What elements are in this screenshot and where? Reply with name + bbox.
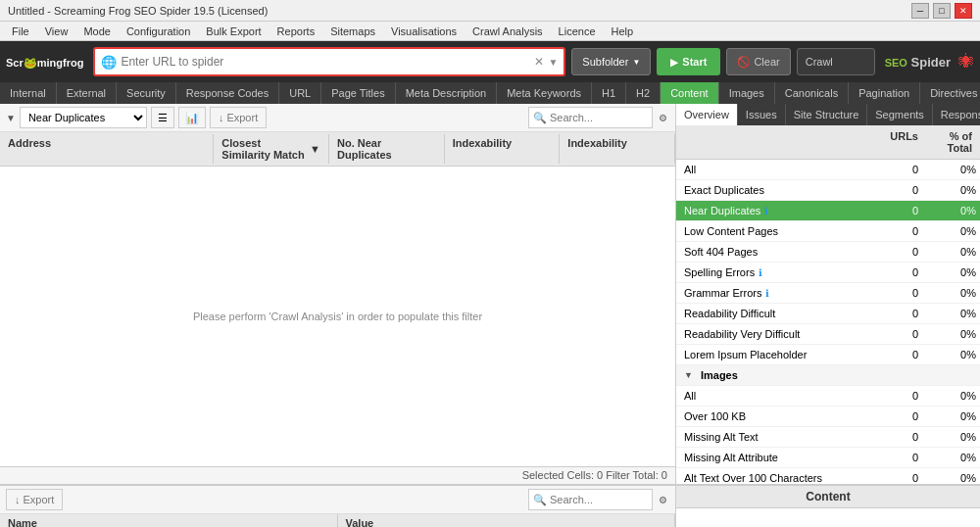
overview-row-14[interactable]: Missing Alt Attribute00%: [676, 448, 980, 468]
overview-row-label-1: Exact Duplicates: [676, 182, 877, 198]
list-view-button[interactable]: ☰: [151, 107, 174, 128]
tab-internal[interactable]: Internal: [0, 82, 57, 104]
window-title: Untitled - Screaming Frog SEO Spider 19.…: [8, 5, 268, 17]
subfolder-button[interactable]: Subfolder ▼: [571, 48, 651, 75]
bottom-right-panel: Content No data for graph.: [676, 486, 980, 527]
menu-visualisations[interactable]: Visualisations: [383, 24, 465, 39]
overview-row-1[interactable]: Exact Duplicates00%: [676, 180, 980, 201]
overview-list: All00%Exact Duplicates00%Near Duplicates…: [676, 160, 980, 484]
menu-file[interactable]: File: [4, 24, 37, 39]
overview-row-9[interactable]: Lorem Ipsum Placeholder00%: [676, 345, 980, 365]
minimize-button[interactable]: ─: [911, 3, 929, 19]
search-input-bottom[interactable]: [550, 494, 648, 505]
start-button[interactable]: ▶ Start: [657, 48, 720, 75]
menu-configuration[interactable]: Configuration: [119, 24, 198, 39]
tab-page-titles[interactable]: Page Titles: [321, 82, 395, 104]
overview-row-urls-11: 0: [877, 388, 926, 404]
tab-site-structure[interactable]: Site Structure: [786, 104, 868, 125]
subfolder-label: Subfolder: [582, 56, 628, 68]
bottom-left: ↓ Export 🔍 ⚙ Name Value No URL selected: [0, 486, 676, 527]
tab-directives[interactable]: Directives: [920, 82, 980, 104]
menu-reports[interactable]: Reports: [270, 24, 323, 39]
overview-row-pct-8: 0%: [926, 326, 980, 342]
filter-options-button[interactable]: ⚙: [657, 113, 669, 123]
info-icon-6[interactable]: ℹ: [765, 288, 769, 299]
search-icon-bottom: 🔍: [533, 494, 547, 506]
tab-canonicals[interactable]: Canonicals: [775, 82, 849, 104]
filter-options-bottom[interactable]: ⚙: [657, 495, 669, 505]
overview-row-15[interactable]: Alt Text Over 100 Characters00%: [676, 468, 980, 484]
info-icon-2[interactable]: ℹ: [764, 206, 768, 216]
tab-response-times[interactable]: Response Times: [933, 104, 980, 125]
overview-row-pct-2: 0%: [926, 203, 980, 218]
tab-pagination[interactable]: Pagination: [849, 82, 920, 104]
filter-bar: ▼ Near Duplicates ☰ 📊 ↓ Export 🔍 ⚙: [0, 104, 675, 132]
overview-row-urls-4: 0: [877, 244, 926, 260]
overview-row-8[interactable]: Readability Very Difficult00%: [676, 324, 980, 345]
crawl-input[interactable]: [797, 48, 875, 75]
export-button-left[interactable]: ↓ Export: [210, 107, 267, 128]
overview-row-6[interactable]: Grammar Errorsℹ00%: [676, 283, 980, 304]
info-icon-5[interactable]: ℹ: [759, 267, 762, 278]
tab-overview[interactable]: Overview: [676, 104, 738, 125]
maximize-button[interactable]: □: [933, 3, 951, 19]
tab-security[interactable]: Security: [117, 82, 176, 104]
overview-row-label-10: ▼Images: [676, 367, 877, 383]
window-controls[interactable]: ─ □ ✕: [911, 3, 972, 19]
filter-select[interactable]: Near Duplicates: [20, 107, 147, 128]
logo-text: Scr🐸mingfrog: [6, 54, 83, 70]
tab-meta-description[interactable]: Meta Description: [396, 82, 498, 104]
overview-row-label-11: All: [676, 388, 877, 404]
overview-row-4[interactable]: Soft 404 Pages00%: [676, 242, 980, 263]
overview-row-0[interactable]: All00%: [676, 160, 980, 180]
tab-url[interactable]: URL: [279, 82, 321, 104]
tab-images[interactable]: Images: [719, 82, 775, 104]
tab-response-codes[interactable]: Response Codes: [176, 82, 279, 104]
url-dropdown-button[interactable]: ▼: [548, 57, 558, 68]
url-input[interactable]: [121, 55, 530, 69]
export-button-bottom[interactable]: ↓ Export: [6, 489, 63, 510]
tab-issues[interactable]: Issues: [738, 104, 786, 125]
tab-segments[interactable]: Segments: [867, 104, 933, 125]
menu-mode[interactable]: Mode: [75, 24, 119, 39]
overview-row-pct-1: 0%: [926, 182, 980, 198]
tab-h1[interactable]: H1: [592, 82, 626, 104]
menu-sitemaps[interactable]: Sitemaps: [322, 24, 383, 39]
overview-row-pct-15: 0%: [926, 470, 980, 484]
tab-meta-keywords[interactable]: Meta Keywords: [497, 82, 592, 104]
overview-row-3[interactable]: Low Content Pages00%: [676, 221, 980, 242]
tab-external[interactable]: External: [57, 82, 117, 104]
chart-view-button[interactable]: 📊: [178, 107, 206, 128]
menu-crawl-analysis[interactable]: Crawl Analysis: [465, 24, 551, 39]
th-address: Address: [0, 134, 214, 164]
menu-view[interactable]: View: [37, 24, 76, 39]
overview-row-5[interactable]: Spelling Errorsℹ00%: [676, 263, 980, 283]
search-bar-left[interactable]: 🔍: [528, 107, 653, 128]
overview-row-13[interactable]: Missing Alt Text00%: [676, 427, 980, 448]
clear-button[interactable]: 🚫 Clear: [726, 48, 790, 75]
start-label: Start: [682, 56, 707, 68]
menu-bulk-export[interactable]: Bulk Export: [198, 24, 269, 39]
export-icon-bottom: ↓: [15, 494, 21, 505]
overview-row-urls-14: 0: [877, 450, 926, 465]
overview-row-urls-5: 0: [877, 264, 926, 280]
tab-content[interactable]: Content: [661, 82, 719, 104]
overview-row-urls-1: 0: [877, 182, 926, 198]
th-similarity: Closest Similarity Match ▼: [214, 134, 329, 164]
overview-row-label-6: Grammar Errorsℹ: [676, 285, 877, 301]
overview-row-12[interactable]: Over 100 KB00%: [676, 407, 980, 427]
overview-row-urls-13: 0: [877, 429, 926, 445]
url-clear-button[interactable]: ✕: [534, 55, 544, 69]
search-input-left[interactable]: [550, 112, 648, 123]
search-bar-bottom[interactable]: 🔍: [528, 489, 653, 510]
url-bar[interactable]: 🌐 ✕ ▼: [93, 47, 565, 76]
tab-h2[interactable]: H2: [626, 82, 661, 104]
menu-licence[interactable]: Licence: [551, 24, 604, 39]
close-button[interactable]: ✕: [955, 3, 972, 19]
overview-row-2[interactable]: Near Duplicatesℹ00%: [676, 201, 980, 221]
overview-row-7[interactable]: Readability Difficult00%: [676, 304, 980, 324]
overview-row-urls-9: 0: [877, 347, 926, 362]
overview-row-11[interactable]: All00%: [676, 386, 980, 407]
overview-row-label-9: Lorem Ipsum Placeholder: [676, 347, 877, 362]
menu-help[interactable]: Help: [604, 24, 642, 39]
